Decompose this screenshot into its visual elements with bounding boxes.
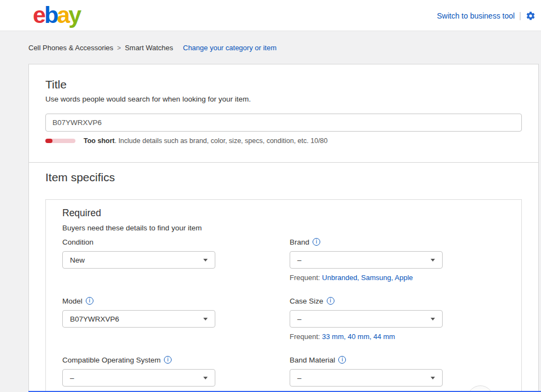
band-material-label-text: Band Material [290,356,335,364]
condition-value: New [70,256,85,264]
logo-letter-b: b [44,2,57,27]
info-icon[interactable]: i [313,238,320,246]
case-size-dropdown[interactable]: – [290,310,443,328]
title-section-heading: Title [45,78,67,91]
header-divider: | [519,11,521,21]
change-category-link[interactable]: Change your category or item [183,44,277,52]
brand-frequent-links[interactable]: Unbranded, Samsung, Apple [322,274,413,282]
item-specifics-heading: Item specifics [45,171,115,184]
model-value: B07YWRXVP6 [70,315,119,323]
frequent-label: Frequent: [290,332,320,341]
brand-label: Brand i [290,237,443,247]
compatible-os-value: – [70,374,74,382]
info-icon[interactable]: i [327,297,334,305]
breadcrumb-category: Cell Phones & Accessories [28,44,113,52]
header-right-group: Switch to business tool | [437,0,536,31]
brand-value: – [297,256,302,264]
title-error-rest: . Include details such as brand, color, … [115,137,328,145]
breadcrumb: Cell Phones & Accessories > Smart Watche… [28,44,277,52]
compatible-os-label-text: Compatible Operating System [62,356,161,364]
condition-dropdown[interactable]: New [62,251,215,269]
breadcrumb-separator: > [117,44,121,52]
logo-letter-a: a [57,2,68,27]
chevron-down-icon [431,377,435,379]
section-divider [29,162,538,163]
title-section-subheading: Use words people would search for when l… [45,95,251,103]
field-compatible-os: Compatible Operating System i – [62,355,215,387]
band-material-value: – [297,374,302,382]
case-size-label-text: Case Size [290,297,324,305]
required-subheading: Buyers need these details to find your i… [62,224,202,232]
info-icon[interactable]: i [338,356,346,364]
chevron-down-icon [203,259,208,262]
case-size-value: – [297,315,302,323]
brand-frequent-row: Frequent: Unbranded, Samsung, Apple [290,274,443,282]
chevron-down-icon [431,259,435,262]
gear-icon[interactable] [526,11,536,21]
title-error-row: Too short. Include details such as brand… [45,137,328,145]
condition-label: Condition [62,237,215,247]
field-brand: Brand i – Frequent: Unbranded, Samsung, … [290,237,443,282]
chevron-down-icon [431,318,435,320]
logo-letter-y: y [68,2,80,27]
required-specifics-box: Required Buyers need these details to fi… [45,199,522,392]
field-case-size: Case Size i – Frequent: 33 mm, 40 mm, 44… [290,296,443,341]
model-label: Model i [62,296,215,306]
brand-label-text: Brand [290,238,309,246]
band-material-label: Band Material i [290,355,443,365]
logo-letter-e: e [33,2,44,27]
info-icon[interactable]: i [164,356,172,364]
top-header: ebay Switch to business tool | [0,0,541,31]
field-band-material: Band Material i – [290,355,443,387]
ebay-logo[interactable]: ebay [33,2,80,27]
required-heading: Required [62,207,101,219]
title-length-meter-fill [45,139,52,143]
field-model: Model i B07YWRXVP6 [62,296,215,328]
compatible-os-dropdown[interactable]: – [62,369,215,387]
info-icon[interactable]: i [86,297,93,305]
listing-page: ebay Switch to business tool | Cell Phon… [0,0,541,392]
case-size-frequent-row: Frequent: 33 mm, 40 mm, 44 mm [290,332,443,341]
listing-form-card: Title Use words people would search for … [28,64,539,392]
condition-label-text: Condition [62,238,93,246]
title-length-meter [45,139,75,143]
compatible-os-label: Compatible Operating System i [62,355,215,365]
case-size-label: Case Size i [290,296,443,306]
case-size-frequent-links[interactable]: 33 mm, 40 mm, 44 mm [322,332,395,341]
title-error-message: Too short. Include details such as brand… [84,137,328,145]
chevron-down-icon [203,377,208,379]
model-dropdown[interactable]: B07YWRXVP6 [62,310,215,328]
breadcrumb-subcategory: Smart Watches [125,44,173,52]
switch-to-business-tool-link[interactable]: Switch to business tool [437,11,514,20]
title-error-bold: Too short [84,137,115,145]
field-condition: Condition New [62,237,215,269]
brand-dropdown[interactable]: – [290,251,443,269]
frequent-label: Frequent: [290,274,320,282]
title-input[interactable] [45,114,522,132]
band-material-dropdown[interactable]: – [290,369,443,387]
model-label-text: Model [62,297,83,305]
chevron-down-icon [203,318,208,320]
